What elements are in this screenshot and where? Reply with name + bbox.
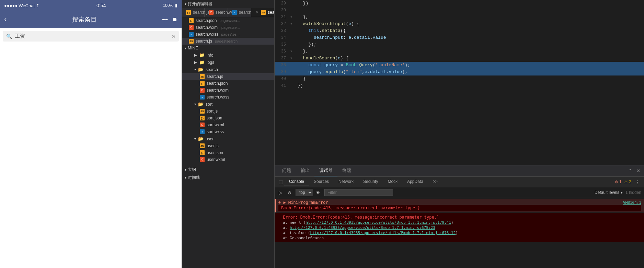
line-arrow[interactable]: ▾ — [290, 48, 296, 55]
folder-icon: 📁 — [199, 53, 205, 58]
devtools-tab-console[interactable]: Console — [284, 177, 309, 186]
line-number: 32 — [275, 21, 290, 27]
line-arrow[interactable]: ▾ — [290, 55, 296, 62]
tab-label: Mock — [388, 179, 398, 184]
tab-search-wxml[interactable]: ⬡ search.wxml — [205, 8, 228, 17]
trace-link-2[interactable]: http://127.0.0.1:43935/appservice/utils/… — [290, 225, 435, 230]
tab-problems[interactable]: 问题 — [277, 165, 296, 176]
file-search-json[interactable]: {.} search.json — [182, 80, 274, 87]
file-name: user.js — [207, 143, 219, 148]
code-line-32: 32 ▾ watchSearchInput(e) { — [275, 21, 644, 27]
tab-label: 调试器 — [319, 168, 333, 173]
open-file-search-json[interactable]: {.} search.json pages\sea... — [182, 17, 274, 24]
eye-icon[interactable]: 👁 — [314, 189, 322, 196]
filter-input[interactable] — [324, 189, 393, 196]
line-number: 40 — [275, 75, 290, 82]
folder-info[interactable]: ▶ 📁 info — [182, 51, 274, 59]
error-link[interactable]: VM8164:1 — [623, 200, 641, 205]
line-content: searchInput: e.detail.value — [296, 34, 644, 41]
file-user-wxml[interactable]: ⬡ user.wxml — [182, 156, 274, 163]
tab-search-js[interactable]: ✕ JS search.js — [251, 8, 274, 17]
tab-search-json[interactable]: {.} search.json — [182, 8, 205, 17]
wxml-icon: ⬡ — [209, 10, 214, 15]
folder-logs[interactable]: ▶ 📁 logs — [182, 59, 274, 66]
phone-search-bar[interactable]: 🔍 工资 ⊗ — [3, 31, 179, 42]
file-search-js[interactable]: JS search.js — [182, 73, 274, 80]
chevron-down-icon: ▾ — [185, 2, 186, 6]
tab-output[interactable]: 输出 — [296, 165, 314, 176]
tab-search-wxss[interactable]: ≡ search.wxss — [228, 8, 251, 17]
file-name: sort.js — [207, 109, 218, 114]
file-tree-panel: ▾ 打开的编辑器 {.} search.json ⬡ search.wxml ≡… — [182, 0, 275, 268]
context-select[interactable]: top — [296, 189, 313, 196]
default-levels-dropdown[interactable]: Default levels ▾ — [595, 190, 623, 195]
code-line-37: 37 ▾ handleSearch(e) { — [275, 55, 644, 62]
console-panel: 问题 输出 调试器 终端 ⌃ ✕ ⬚ Console Sources — [275, 165, 644, 268]
devtools-tab-sources[interactable]: Sources — [309, 177, 334, 186]
folder-user[interactable]: ▾ 📂 user — [182, 135, 274, 142]
chevron-down-icon: ▾ — [194, 102, 196, 106]
hidden-count: 1 hidden — [625, 190, 641, 195]
folder-sort[interactable]: ▾ 📂 sort — [182, 101, 274, 108]
file-name: sort.json — [207, 116, 222, 120]
run-icon[interactable]: ▷ — [277, 189, 284, 196]
minimize-button[interactable]: ⌃ — [628, 167, 633, 174]
search-input[interactable]: 工资 — [15, 33, 169, 39]
file-user-json[interactable]: {.} user.json — [182, 149, 274, 156]
code-line-35: 35 }); — [275, 41, 644, 48]
settings-icon[interactable]: ⋮ — [634, 179, 641, 185]
open-editors-header[interactable]: ▾ 打开的编辑器 — [182, 0, 274, 8]
file-search-wxss[interactable]: ≡ search.wxss — [182, 94, 274, 101]
timeline-label: 时间线 — [188, 175, 200, 180]
file-sort-wxss[interactable]: ≡ sort.wxss — [182, 128, 274, 135]
line-arrow[interactable]: ▾ — [290, 21, 296, 27]
js-icon: JS — [200, 74, 205, 79]
stop-icon[interactable]: ⊘ — [286, 189, 293, 196]
tab-terminal[interactable]: 终端 — [337, 165, 356, 176]
folder-icon: 📁 — [199, 60, 205, 65]
mine-section-header[interactable]: ▾ MINE — [182, 45, 274, 51]
file-sort-js[interactable]: JS sort.js — [182, 108, 274, 115]
devtools-tab-more[interactable]: >> — [428, 177, 442, 186]
wifi-icon: ⇡ — [36, 3, 39, 8]
battery-icon: ▮ — [175, 3, 177, 8]
devtools-tab-mock[interactable]: Mock — [383, 177, 402, 186]
tab-label: Security — [363, 179, 378, 184]
line-number: 34 — [275, 34, 290, 41]
search-clear-icon[interactable]: ⊗ — [171, 34, 175, 39]
devtools-tab-network[interactable]: Network — [334, 177, 358, 186]
inspect-element-icon[interactable]: ⬚ — [277, 179, 284, 185]
battery-pct: 100% — [163, 3, 173, 8]
tab-close-icon[interactable]: ✕ — [255, 10, 259, 15]
file-sort-json[interactable]: {.} sort.json — [182, 115, 274, 121]
phone-panel: ●●●●● WeChat ⇡ 0:54 100% ▮ ‹ 搜索条目 ••• ⏺ … — [0, 0, 182, 268]
more-button[interactable]: ••• — [162, 16, 168, 23]
devtools-tab-appdata[interactable]: AppData — [402, 177, 428, 186]
outline-header[interactable]: ▾ 大纲 — [182, 166, 274, 174]
tab-debugger[interactable]: 调试器 — [314, 165, 337, 176]
file-sort-wxml[interactable]: ⬡ sort.wxml — [182, 121, 274, 128]
back-button[interactable]: ‹ — [4, 15, 7, 24]
nav-actions: ••• ⏺ — [162, 16, 177, 23]
open-file-search-wxss[interactable]: ≡ search.wxss pages\se... — [182, 31, 274, 38]
folder-search[interactable]: ▾ 📂 search — [182, 66, 274, 73]
phone-status-bar: ●●●●● WeChat ⇡ 0:54 100% ▮ — [0, 0, 182, 11]
trace-link-1[interactable]: http://127.0.0.1:43935/appservice/utils/… — [306, 220, 451, 225]
error-count: 1 — [619, 179, 622, 184]
file-search-wxml[interactable]: ⬡ search.wxml — [182, 87, 274, 94]
phone-content — [0, 44, 182, 268]
code-line-39: 39 query.equalTo("item",e.detail.value); — [275, 69, 644, 75]
timeline-header[interactable]: ▾ 时间线 — [182, 174, 274, 182]
file-name: sort.wxss — [207, 129, 224, 134]
line-content: this.setData({ — [296, 27, 644, 34]
open-file-search-js[interactable]: JS search.js pages\search — [182, 38, 274, 45]
trace-link-3[interactable]: http://127.0.0.1:43935/appservice/utils/… — [310, 231, 456, 235]
record-button[interactable]: ⏺ — [172, 16, 177, 23]
open-file-search-wxml[interactable]: ⬡ search.wxml pages\se... — [182, 24, 274, 31]
line-arrow[interactable]: ▾ — [290, 14, 296, 21]
file-user-js[interactable]: JS user.js — [182, 142, 274, 149]
close-button[interactable]: ✕ — [636, 167, 641, 174]
devtools-tab-security[interactable]: Security — [358, 177, 383, 186]
console-controls: ⌃ ✕ — [628, 167, 641, 174]
tab-label: 输出 — [301, 168, 310, 173]
